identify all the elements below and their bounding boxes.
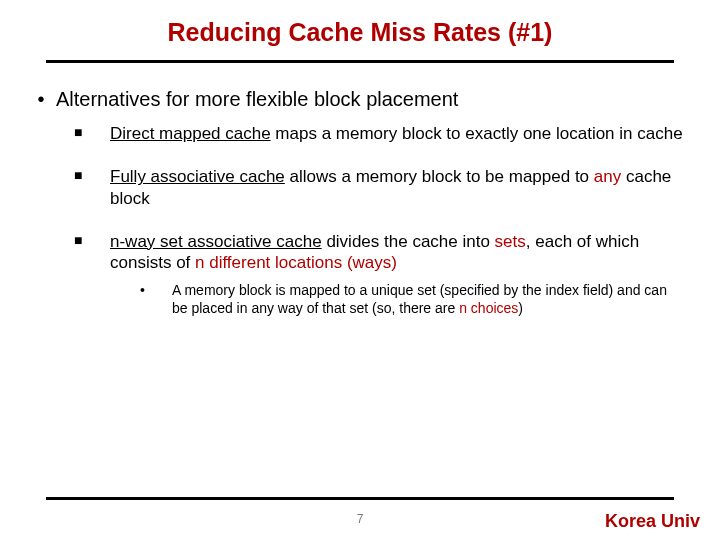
bullet-level3: • A memory block is mapped to a unique s… — [140, 281, 694, 317]
title-word: Reducing — [168, 18, 282, 46]
level2-text: n-way set associative cache divides the … — [110, 231, 694, 274]
underlined-phrase: Direct mapped cache — [110, 124, 271, 143]
text-fragment: divides the cache into — [322, 232, 495, 251]
red-phrase: n different locations (ways) — [195, 253, 397, 272]
square-bullet-icon: ■ — [74, 231, 110, 274]
underlined-phrase: n-way set associative cache — [110, 232, 322, 251]
bullet-level1: • Alternatives for more flexible block p… — [26, 88, 694, 111]
level2-text: Direct mapped cache maps a memory block … — [110, 123, 694, 144]
red-phrase: n choices — [459, 300, 518, 316]
underlined-phrase: Fully associative cache — [110, 167, 285, 186]
level3-text: A memory block is mapped to a unique set… — [172, 281, 694, 317]
title-word: (#1) — [508, 18, 552, 46]
slide-title: Reducing Cache Miss Rates (#1) — [0, 0, 720, 47]
text-fragment: A memory block is mapped to a unique set… — [172, 282, 667, 316]
divider-top — [46, 60, 674, 63]
title-word: Rates — [433, 18, 501, 46]
slide: Reducing Cache Miss Rates (#1) • Alterna… — [0, 0, 720, 540]
bullet-level2: ■ Direct mapped cache maps a memory bloc… — [74, 123, 694, 144]
text-fragment: allows a memory block to be mapped to — [285, 167, 594, 186]
red-phrase: sets — [495, 232, 526, 251]
content-area: • Alternatives for more flexible block p… — [26, 88, 694, 334]
red-phrase: any — [594, 167, 621, 186]
text-fragment: ) — [518, 300, 523, 316]
title-word: Miss — [370, 18, 426, 46]
level1-text: Alternatives for more flexible block pla… — [56, 88, 694, 111]
disc-bullet-icon: • — [26, 88, 56, 111]
disc-bullet-icon: • — [140, 281, 172, 317]
divider-bottom — [46, 497, 674, 500]
square-bullet-icon: ■ — [74, 123, 110, 144]
text-fragment: maps a memory block to exactly one locat… — [271, 124, 683, 143]
level2-text: Fully associative cache allows a memory … — [110, 166, 694, 209]
bullet-level2: ■ Fully associative cache allows a memor… — [74, 166, 694, 209]
title-word: Cache — [288, 18, 363, 46]
square-bullet-icon: ■ — [74, 166, 110, 209]
footer-brand: Korea Univ — [605, 511, 700, 532]
bullet-level2: ■ n-way set associative cache divides th… — [74, 231, 694, 274]
